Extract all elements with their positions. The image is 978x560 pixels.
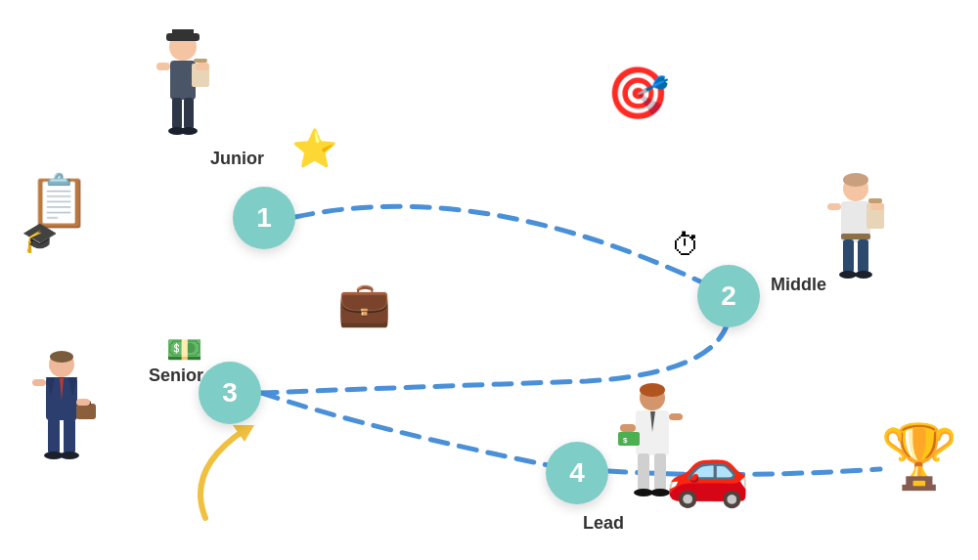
svg-rect-15 [841, 234, 870, 239]
svg-rect-35 [76, 399, 90, 406]
step-4-label: Lead [583, 513, 624, 534]
svg-rect-47 [669, 413, 683, 420]
briefcase-icon: 💼 [337, 279, 391, 329]
svg-rect-33 [64, 418, 75, 453]
svg-point-37 [60, 452, 79, 459]
junior-figure [149, 29, 217, 170]
svg-rect-21 [870, 203, 884, 210]
step-1-number: 1 [256, 202, 272, 234]
step-3-label: Senior [149, 366, 203, 386]
svg-rect-46 [620, 424, 636, 432]
svg-point-25 [50, 351, 73, 363]
svg-rect-42 [618, 432, 640, 446]
step-2-label: Middle [771, 275, 826, 295]
car-icon: 🚗 [665, 430, 750, 510]
step-2-circle: 2 [697, 265, 760, 327]
step-3-number: 3 [222, 377, 238, 409]
svg-rect-20 [827, 203, 841, 210]
step-4-number: 4 [569, 457, 585, 489]
step-1-label: Junior [210, 149, 264, 169]
graduation-cap-icon: 🎓 [22, 220, 58, 254]
svg-point-23 [855, 271, 872, 279]
step-2-number: 2 [721, 280, 736, 312]
svg-point-22 [839, 271, 857, 279]
svg-rect-5 [194, 59, 207, 63]
svg-rect-19 [858, 239, 868, 273]
money-icon: 💵 [166, 332, 202, 366]
step-1-circle: 1 [233, 187, 295, 249]
svg-rect-30 [76, 404, 96, 419]
stopwatch-icon: ⏱ [671, 229, 700, 262]
svg-text:$: $ [623, 436, 628, 445]
svg-rect-18 [843, 239, 854, 273]
step-3-circle: 3 [199, 362, 261, 424]
svg-point-13 [843, 173, 868, 187]
svg-rect-17 [868, 198, 882, 203]
svg-rect-6 [172, 98, 182, 129]
svg-rect-44 [638, 453, 649, 491]
star-icon: ⭐ [291, 127, 337, 170]
svg-rect-9 [196, 63, 209, 70]
svg-rect-7 [184, 98, 194, 129]
svg-rect-32 [48, 418, 60, 453]
yellow-arrow-svg [176, 420, 293, 528]
svg-rect-2 [172, 29, 194, 37]
target-icon: 🎯 [606, 64, 670, 123]
svg-point-11 [180, 127, 198, 135]
senior-figure [27, 347, 96, 497]
svg-point-39 [640, 383, 665, 397]
step-4-circle: 4 [546, 442, 608, 504]
svg-rect-34 [32, 379, 46, 386]
trophy-icon: 🏆 [880, 420, 958, 494]
middle-figure [822, 171, 890, 312]
svg-rect-8 [156, 63, 170, 70]
career-path-scene: 1 Junior 2 Middle 3 Senior 4 Lead ⭐ 📋 🎓 … [0, 0, 978, 560]
